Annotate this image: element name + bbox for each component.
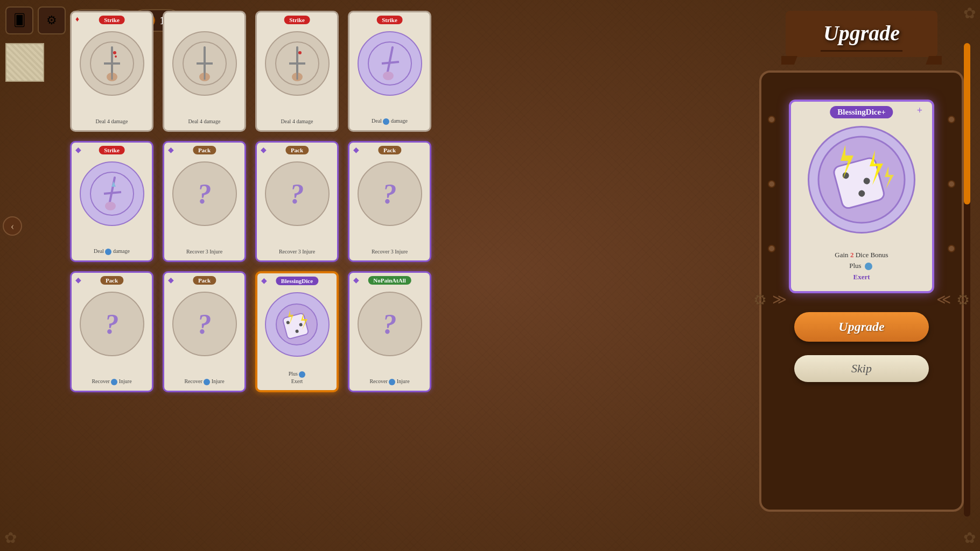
card-1-badge: Strike [99,16,125,24]
corner-decoration-br: ✿ [963,529,976,547]
scrollbar[interactable] [964,43,970,517]
nav-left-arrow[interactable]: ‹ [3,216,22,236]
card-12-image: ? [358,292,422,356]
left-connector: ≫ [772,291,787,308]
svg-rect-28 [283,313,309,339]
card-11-desc: Plus Exert [257,370,337,385]
card-8-corner: ◆ [353,145,359,154]
card-9-badge: Pack [100,276,123,285]
panel-deco-5 [948,180,955,188]
card-12[interactable]: NoPainAtAll ◆ ? Recover Injure [348,271,431,392]
card-2[interactable]: Deal 4 damage [163,11,246,132]
card-7-badge: Pack [285,146,309,154]
card-1-desc: Deal 4 damage [72,118,152,125]
card-12-desc: Recover Injure [349,378,430,385]
upgrade-card-name: BlessingDice+ [830,106,893,118]
skip-button[interactable]: Skip [794,355,929,382]
card-3[interactable]: Strike Deal 4 damage [255,11,339,132]
upgrade-button[interactable]: Upgrade [794,312,929,342]
card-6-corner: ◆ [168,145,174,154]
panel-deco-1 [768,116,775,123]
card-11-blessing-dice[interactable]: BlessingDice ◆ Plus Exert [255,271,339,392]
pattern-card [5,43,48,86]
card-8-badge: Pack [378,146,401,154]
upgrade-panel: Upgrade ≫ ≪ BlessingDice+ + [759,11,964,538]
card-8-image: ? [358,161,422,226]
upgrade-title: Upgrade [807,16,916,52]
card-5-image [80,161,144,226]
svg-point-25 [105,202,116,210]
card-7[interactable]: Pack ◆ ? Recover 3 Injure [255,141,339,262]
plus-indicator: + [917,105,922,116]
upgrade-frame: ≫ ≪ BlessingDice+ + [759,70,964,512]
corner-decoration-bl: ✿ [4,529,17,547]
card-5-corner: ◆ [75,145,81,154]
card-5-badge: Strike [99,146,125,154]
card-7-corner: ◆ [261,145,267,154]
settings-button[interactable]: ⚙ [38,6,66,34]
card-11-badge: BlessingDice [276,277,318,285]
card-6-badge: Pack [193,146,216,154]
card-11-corner: ◆ [261,276,267,285]
card-10-desc: Recover Injure [164,378,244,385]
card-9[interactable]: Pack ◆ ? Recover Injure [70,271,153,392]
panel-deco-6 [948,245,955,252]
card-6-image: ? [172,161,237,226]
card-grid: Strike ♦ Deal 4 damage [70,11,434,395]
card-11-image [265,292,330,357]
card-2-desc: Deal 4 damage [164,118,244,125]
card-menu-button[interactable]: 🂠 [5,6,33,34]
card-4-badge: Strike [376,16,403,24]
card-10-badge: Pack [193,276,216,285]
card-5-desc: Deal damage [72,248,152,255]
card-9-image: ? [80,292,144,356]
card-7-desc: Recover 3 Injure [257,248,337,255]
panel-deco-2 [768,180,775,188]
svg-point-21 [383,72,394,80]
card-desc-plus: Plus [849,262,861,270]
card-3-badge: Strike [284,16,310,24]
card-4[interactable]: Strike Deal damage [348,11,431,132]
svg-point-17 [298,51,302,54]
card-1[interactable]: Strike ♦ Deal 4 damage [70,11,153,132]
svg-point-5 [113,51,116,54]
svg-point-6 [115,55,117,58]
card-3-image [265,31,330,96]
panel-deco-3 [768,245,775,252]
upgrade-card-display: BlessingDice+ + Ga [789,100,934,293]
scrollbar-thumb [964,43,970,204]
right-connector: ≪ [936,291,951,308]
card-desc-exert: Exert [853,273,870,281]
card-9-corner: ◆ [75,276,81,285]
card-5[interactable]: Strike ◆ Deal damage [70,141,153,262]
card-9-desc: Recover Injure [72,378,152,385]
card-6[interactable]: Pack ◆ ? Recover 3 Injure [163,141,246,262]
card-12-badge: NoPainAtAll [368,276,411,285]
card-4-desc: Deal damage [349,117,430,125]
upgrade-card-desc: Gain 2 Dice Bonus Plus Exert [791,250,932,283]
corner-decoration-tr: ✿ [963,4,976,22]
card-1-corner: ♦ [75,15,79,24]
panel-deco-4 [948,116,955,123]
card-1-image [80,31,144,96]
card-desc-dicebonus: Dice Bonus [856,251,888,259]
upgrade-title-banner: Upgrade [759,11,964,57]
card-8[interactable]: Pack ◆ ? Recover 3 Injure [348,141,431,262]
upgrade-card-image [808,126,915,234]
card-4-image [358,31,422,96]
card-10[interactable]: Pack ◆ ? Recover Injure [163,271,246,392]
card-10-image: ? [172,292,237,356]
card-10-corner: ◆ [168,276,174,285]
card-6-desc: Recover 3 Injure [164,248,244,255]
card-7-image: ? [265,161,330,226]
card-3-desc: Deal 4 damage [257,118,337,125]
card-12-corner: ◆ [353,276,359,285]
card-desc-num: 2 [850,251,854,259]
card-desc-gain: Gain [835,251,848,259]
blue-circle-icon [865,263,872,270]
card-8-desc: Recover 3 Injure [349,248,430,255]
card-2-image [172,31,237,96]
